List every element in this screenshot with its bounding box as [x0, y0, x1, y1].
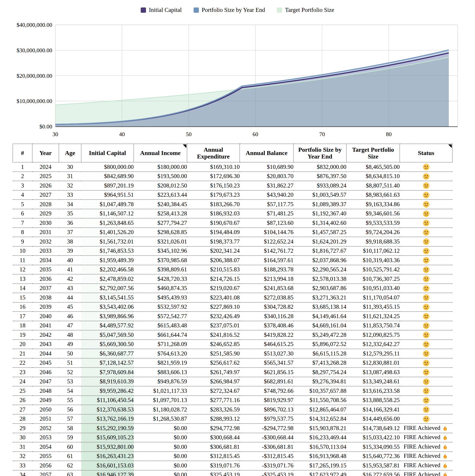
cell-initial-capital: $2,792,007.56 — [81, 284, 134, 293]
cell-index: 3 — [13, 181, 32, 190]
cell-index: 34 — [13, 470, 32, 476]
table-row: 10203339$1,746,853.53$345,102.96$202,341… — [13, 246, 452, 256]
cell-index: 25 — [13, 386, 32, 396]
cell-year: 2030 — [32, 218, 59, 228]
cell-index: 32 — [13, 452, 32, 461]
sad-face-icon — [423, 191, 430, 199]
cell-status — [400, 396, 452, 405]
cell-annual-balance: $682,891.61 — [240, 377, 293, 386]
cell-status — [400, 414, 452, 424]
column-header-initial-capital: Initial Capital — [81, 144, 134, 162]
sad-face-icon — [423, 219, 430, 227]
cell-annual-expenditure: $219,020.67 — [187, 284, 240, 293]
cell-age: 61 — [59, 452, 81, 461]
table-row: 33205662$16,601,153.03$0.00$319,071.76-$… — [13, 461, 452, 470]
table-row: 31205460$15,932,801.00$0.00$306,681.81-$… — [13, 442, 452, 452]
cell-age: 37 — [59, 228, 81, 237]
cell-annual-income: $572,542.77 — [134, 312, 187, 321]
cell-age: 58 — [59, 424, 81, 433]
cell-status: FIRE Achieved — [400, 433, 452, 442]
cell-initial-capital: $1,263,848.65 — [81, 218, 134, 228]
cell-annual-expenditure: $319,071.76 — [187, 461, 240, 470]
cell-annual-income: $949,876.59 — [134, 377, 187, 386]
cell-annual-income: $1,268,530.87 — [134, 414, 187, 424]
cell-annual-expenditure: $261,749.97 — [187, 368, 240, 377]
portfolio-chart: Initial CapitalPortfolio Size by Year En… — [0, 0, 475, 143]
sad-face-icon — [423, 359, 430, 367]
sad-face-icon — [423, 387, 430, 394]
column-header-year: Year — [32, 144, 59, 162]
column-header-label: Annual Expenditure — [197, 146, 230, 160]
cell-annual-balance: $43,940.20 — [240, 190, 293, 200]
cell-annual-balance: $464,615.25 — [240, 340, 293, 349]
cell-status — [400, 284, 452, 293]
cell-year: 2055 — [32, 452, 59, 461]
column-header-annual-expenditure: Annual Expenditure — [187, 144, 240, 162]
y-tick-label: $30,000,000.00 — [17, 47, 52, 53]
cell-year: 2051 — [32, 414, 59, 424]
cell-annual-income: $0.00 — [134, 461, 187, 470]
cell-target-portfolio-size: $8,465,505.00 — [346, 162, 400, 172]
cell-index: 33 — [13, 461, 32, 470]
cell-annual-income: $321,026.01 — [134, 237, 187, 246]
table-row: 8203137$1,401,526.20$298,628.85$194,484.… — [13, 228, 452, 237]
cell-index: 11 — [13, 255, 32, 265]
cell-annual-balance: $979,537.75 — [240, 414, 293, 424]
cell-annual-expenditure: $256,617.62 — [187, 358, 240, 368]
cell-annual-income: $661,644.74 — [134, 330, 187, 340]
cell-index: 12 — [13, 265, 32, 274]
cell-annual-expenditure: $210,515.83 — [187, 265, 240, 274]
table-row: 16203945$3,543,402.06$532,597.92$227,869… — [13, 302, 452, 312]
cell-year: 2035 — [32, 265, 59, 274]
cell-annual-income: $398,809.61 — [134, 265, 187, 274]
cell-index: 26 — [13, 396, 32, 405]
cell-annual-balance: $31,862.27 — [240, 181, 293, 190]
cell-annual-income: $298,628.85 — [134, 228, 187, 237]
cell-annual-expenditure: $306,681.81 — [187, 442, 240, 452]
cell-annual-income: $428,720.33 — [134, 274, 187, 284]
column-header-target-portfolio-size: Target Portfolio Size — [346, 144, 400, 162]
cell-age: 55 — [59, 396, 81, 405]
table-row: 27205056$12,370,638.53$1,180,028.72$283,… — [13, 405, 452, 414]
cell-annual-expenditure: $206,388.07 — [187, 255, 240, 265]
cell-annual-income: $223,613.44 — [134, 190, 187, 200]
cell-year: 2050 — [32, 405, 59, 414]
table-row: 30205359$15,609,105.23$0.00$300,668.44-$… — [13, 433, 452, 442]
cell-portfolio-size: $3,685,138.14 — [293, 302, 346, 312]
cell-status — [400, 200, 452, 209]
cell-target-portfolio-size: $13,087,498.63 — [346, 368, 400, 377]
column-header-portfolio-size-by-year-end: Portfolio Size by Year End — [293, 144, 346, 162]
cell-portfolio-size: $832,000.00 — [293, 162, 346, 172]
cell-initial-capital: $15,932,801.00 — [81, 442, 134, 452]
cell-status — [400, 368, 452, 377]
sad-face-icon — [423, 406, 430, 413]
cell-annual-balance: $104,144.76 — [240, 228, 293, 237]
cell-year: 2054 — [32, 442, 59, 452]
cell-annual-expenditure: $288,993.12 — [187, 414, 240, 424]
sad-face-icon — [423, 238, 430, 245]
cell-target-portfolio-size: $13,349,248.61 — [346, 377, 400, 386]
table-row: 17204046$3,989,866.96$572,542.77$232,426… — [13, 312, 452, 321]
column-header-label: # — [21, 150, 24, 156]
cell-initial-capital: $842,689.90 — [81, 172, 134, 181]
cell-age: 52 — [59, 368, 81, 377]
cell-annual-expenditure: $179,673.23 — [187, 190, 240, 200]
cell-age: 41 — [59, 265, 81, 274]
status-fire-label: FIRE Achieved — [404, 425, 440, 431]
sad-face-icon — [423, 173, 430, 180]
cell-portfolio-size: $4,669,161.04 — [293, 321, 346, 330]
cell-annual-expenditure: $169,310.10 — [187, 162, 240, 172]
sad-face-icon — [423, 369, 430, 376]
cell-portfolio-size: $10,357,657.88 — [293, 386, 346, 396]
cell-target-portfolio-size: $12,579,295.11 — [346, 349, 400, 358]
cell-index: 14 — [13, 284, 32, 293]
cell-annual-balance: $20,803.70 — [240, 172, 293, 181]
cell-portfolio-size: $17,265,199.15 — [293, 461, 346, 470]
fire-icon — [442, 453, 448, 459]
cell-portfolio-size: $1,314,402.60 — [293, 218, 346, 228]
table-row: 14203743$2,792,007.56$460,874.35$219,020… — [13, 284, 452, 293]
cell-target-portfolio-size: $9,918,688.35 — [346, 237, 400, 246]
sad-face-icon — [423, 350, 430, 357]
cell-annual-balance: -$306,681.81 — [240, 442, 293, 452]
cell-year: 2031 — [32, 228, 59, 237]
